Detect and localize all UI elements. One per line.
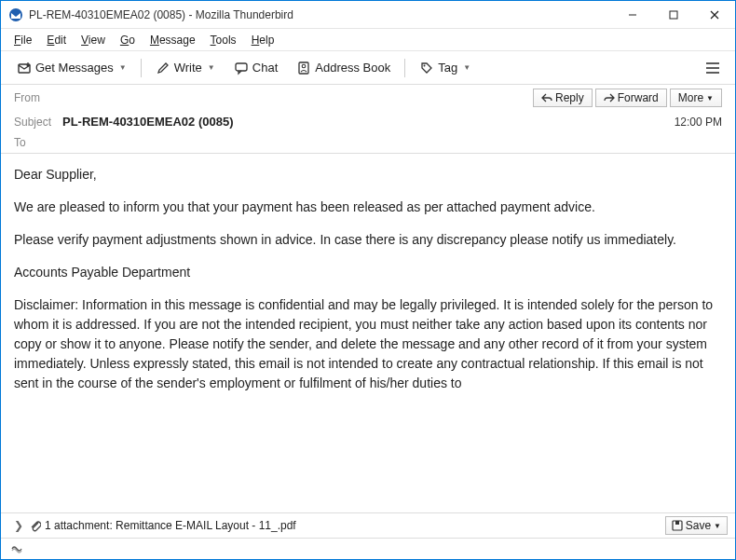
titlebar: PL-REM-40310EMEA02 (0085) - Mozilla Thun… <box>1 1 735 29</box>
svg-rect-14 <box>675 521 679 525</box>
reply-label: Reply <box>555 91 584 104</box>
menu-tools[interactable]: Tools <box>203 32 244 48</box>
address-book-icon <box>296 61 311 75</box>
more-button[interactable]: More ▼ <box>670 89 722 107</box>
write-label: Write <box>174 61 202 75</box>
activity-icon <box>10 543 23 554</box>
message-body: Dear Supplier, We are pleased to inform … <box>1 154 735 512</box>
more-label: More <box>678 91 703 104</box>
toolbar-separator <box>404 59 405 77</box>
address-book-button[interactable]: Address Book <box>288 56 399 80</box>
body-paragraph: Please verify payment adjustments shown … <box>14 230 722 250</box>
attachment-text[interactable]: 1 attachment: Remittance E-MAIL Layout -… <box>45 519 296 532</box>
menu-go[interactable]: Go <box>113 32 143 48</box>
chevron-down-icon: ▼ <box>714 522 721 530</box>
menu-view[interactable]: View <box>74 32 113 48</box>
body-paragraph: Accounts Payable Department <box>14 263 722 282</box>
tag-icon <box>419 61 434 75</box>
forward-button[interactable]: Forward <box>595 89 667 107</box>
svg-point-9 <box>424 64 426 66</box>
chat-icon <box>234 61 249 75</box>
menubar: File Edit View Go Message Tools Help <box>1 29 735 51</box>
header-actions: Reply Forward More ▼ <box>533 89 722 107</box>
subject-label: Subject <box>14 116 62 129</box>
write-button[interactable]: Write ▼ <box>147 56 224 80</box>
chevron-down-icon: ▼ <box>463 63 470 72</box>
chevron-down-icon: ▼ <box>119 63 127 72</box>
window-controls <box>612 1 735 29</box>
from-label: From <box>14 91 62 104</box>
body-paragraph: Dear Supplier, <box>14 165 722 184</box>
statusbar <box>1 539 735 559</box>
app-menu-button[interactable] <box>698 58 728 78</box>
to-label: To <box>14 136 62 149</box>
forward-label: Forward <box>618 91 659 104</box>
svg-rect-2 <box>670 11 677 19</box>
get-messages-label: Get Messages <box>35 61 114 75</box>
reply-button[interactable]: Reply <box>533 89 593 107</box>
toolbar-separator <box>141 59 142 77</box>
chat-label: Chat <box>252 61 278 75</box>
paperclip-icon <box>29 519 41 532</box>
window-title: PL-REM-40310EMEA02 (0085) - Mozilla Thun… <box>29 8 612 21</box>
svg-rect-6 <box>236 63 247 71</box>
time-value: 12:00 PM <box>675 116 722 129</box>
expand-attachments-button[interactable]: ❯ <box>8 519 29 532</box>
body-paragraph: We are pleased to inform you that your p… <box>14 198 722 217</box>
get-messages-icon <box>17 61 32 75</box>
menu-message[interactable]: Message <box>143 32 203 48</box>
chevron-down-icon: ▼ <box>706 94 714 102</box>
save-label: Save <box>686 519 711 532</box>
subject-value: PL-REM-40310EMEA02 (0085) <box>62 115 675 129</box>
chat-button[interactable]: Chat <box>225 56 286 80</box>
save-attachment-button[interactable]: Save ▼ <box>665 516 728 535</box>
maximize-button[interactable] <box>653 1 694 29</box>
close-button[interactable] <box>694 1 735 29</box>
minimize-button[interactable] <box>612 1 653 29</box>
get-messages-button[interactable]: Get Messages ▼ <box>8 56 135 80</box>
reply-icon <box>541 93 552 102</box>
message-header: From Reply Forward More ▼ Subject PL-REM… <box>1 85 735 154</box>
main-toolbar: Get Messages ▼ Write ▼ Chat Address Book… <box>1 51 735 85</box>
body-paragraph: Disclaimer: Information in this message … <box>14 295 722 393</box>
address-book-label: Address Book <box>315 61 390 75</box>
save-icon <box>672 520 683 531</box>
menu-file[interactable]: File <box>7 32 39 48</box>
thunderbird-icon <box>8 7 23 22</box>
svg-point-8 <box>302 64 306 68</box>
pencil-icon <box>156 61 170 75</box>
menu-help[interactable]: Help <box>244 32 282 48</box>
chevron-down-icon: ▼ <box>208 63 215 72</box>
forward-icon <box>604 93 615 102</box>
tag-label: Tag <box>438 61 457 75</box>
tag-button[interactable]: Tag ▼ <box>411 56 479 80</box>
attachment-bar: ❯ 1 attachment: Remittance E-MAIL Layout… <box>1 512 735 539</box>
menu-edit[interactable]: Edit <box>39 32 74 48</box>
